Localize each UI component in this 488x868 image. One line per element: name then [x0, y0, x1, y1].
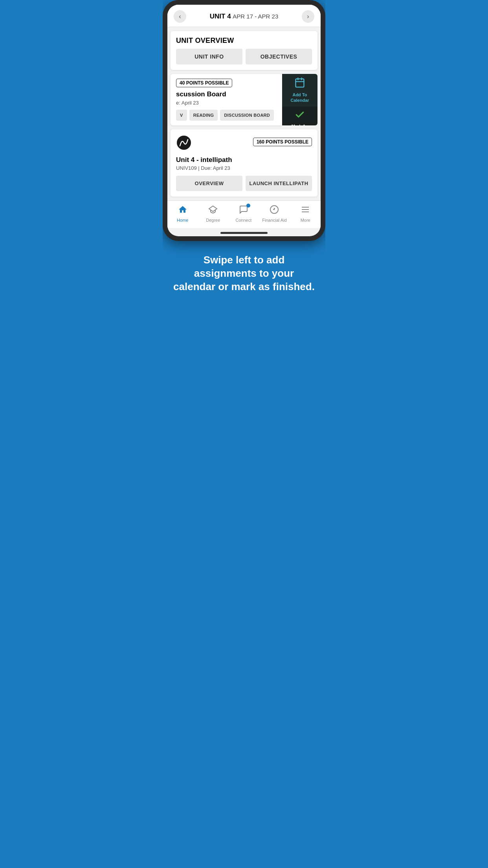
check-icon [295, 110, 305, 122]
header-title-group: UNIT 4 APR 17 - APR 23 [210, 13, 278, 20]
points-badge: 40 POINTS POSSIBLE [176, 79, 232, 87]
connect-icon [239, 205, 248, 217]
assignment-container: 40 POINTS POSSIBLE scussion Board e: Apr… [171, 74, 317, 125]
header-bar: ‹ UNIT 4 APR 17 - APR 23 › [167, 5, 321, 27]
assignment-tags: V READING DISCUSSION BOARD [176, 110, 277, 121]
points-label: POINTS POSSIBLE [186, 80, 229, 86]
intellipath-points-number: 160 [257, 139, 264, 145]
nav-financial-aid-label: Financial Aid [262, 218, 286, 223]
calendar-icon [294, 77, 305, 90]
assignment-title: scussion Board [176, 90, 277, 98]
intellipath-points-label: POINTS POSSIBLE [266, 139, 308, 145]
intellipath-launch-button[interactable]: LAUNCH INTELLIPATH [246, 176, 312, 191]
nav-home-label: Home [177, 218, 188, 223]
tag-v-button[interactable]: V [176, 110, 187, 121]
date-range: APR 17 - APR 23 [233, 13, 278, 20]
bottom-nav: Home Degree Connect [167, 200, 321, 228]
nav-more[interactable]: More [294, 205, 317, 223]
nav-financial-aid[interactable]: Financial Aid [262, 205, 286, 223]
nav-degree[interactable]: Degree [201, 205, 225, 223]
forward-arrow-button[interactable]: › [302, 10, 314, 23]
assignment-due: e: April 23 [176, 100, 277, 106]
intellipath-btn-row: OVERVIEW LAUNCH INTELLIPATH [176, 176, 312, 191]
calendar-button-label: Add ToCalendar [290, 92, 309, 103]
unit-overview-card: UNIT OVERVIEW UNIT INFO OBJECTIVES [171, 31, 317, 70]
unit-number: UNIT 4 [210, 13, 231, 20]
points-number: 40 [180, 80, 185, 86]
objectives-tab[interactable]: OBJECTIVES [246, 49, 312, 64]
degree-icon [208, 205, 218, 217]
intellipath-overview-button[interactable]: OVERVIEW [176, 176, 242, 191]
nav-connect[interactable]: Connect [232, 205, 255, 223]
intellipath-logo [176, 135, 192, 152]
nav-more-label: More [301, 218, 310, 223]
swipe-actions-panel: Add ToCalendar Mark AsFinished [282, 74, 317, 125]
unit-info-tab[interactable]: UNIT INFO [176, 49, 242, 64]
nav-connect-label: Connect [235, 218, 251, 223]
phone-screen: ‹ UNIT 4 APR 17 - APR 23 › UNIT OVERVIEW… [167, 5, 321, 236]
finished-button-label: Mark AsFinished [291, 123, 308, 125]
add-to-calendar-button[interactable]: Add ToCalendar [282, 74, 317, 107]
svg-rect-0 [296, 79, 304, 87]
connect-notification-dot [246, 204, 250, 208]
tag-reading-button[interactable]: READING [189, 110, 218, 121]
unit-tab-row: UNIT INFO OBJECTIVES [171, 49, 317, 70]
nav-degree-label: Degree [206, 218, 220, 223]
more-icon [301, 205, 310, 217]
intellipath-points-badge: 160 POINTS POSSIBLE [253, 138, 312, 146]
promo-text: Swipe left to add assignments to your ca… [163, 241, 325, 304]
unit-overview-title: UNIT OVERVIEW [171, 31, 317, 49]
phone-frame: ‹ UNIT 4 APR 17 - APR 23 › UNIT OVERVIEW… [163, 0, 325, 241]
intellipath-subtitle: UNIV109 | Due: April 23 [176, 165, 312, 171]
home-bar [220, 232, 268, 234]
home-icon [178, 205, 187, 217]
financial-aid-icon [270, 205, 279, 217]
intellipath-header: 160 POINTS POSSIBLE [176, 135, 312, 152]
intellipath-card: 160 POINTS POSSIBLE Unit 4 - intellipath… [171, 129, 317, 197]
nav-home[interactable]: Home [171, 205, 194, 223]
tag-discussion-button[interactable]: DISCUSSION BOARD [220, 110, 274, 121]
intellipath-title: Unit 4 - intellipath [176, 156, 312, 164]
mark-as-finished-button[interactable]: Mark AsFinished [282, 107, 317, 125]
assignment-card: 40 POINTS POSSIBLE scussion Board e: Apr… [171, 74, 282, 125]
back-arrow-button[interactable]: ‹ [174, 10, 186, 23]
